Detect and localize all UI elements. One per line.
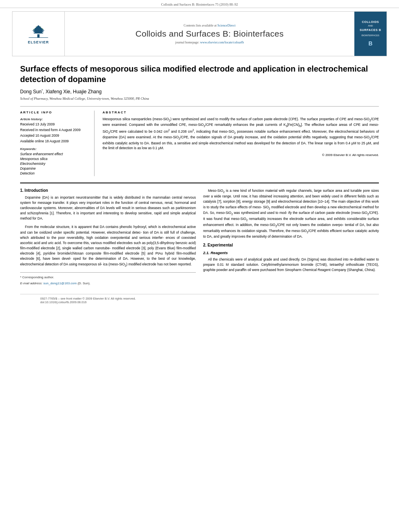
article-info-label: ARTICLE INFO [20,111,89,114]
footnote-area: * Corresponding author. E-mail address: … [20,272,196,285]
sciencedirect-line: Contents lists available at ScienceDirec… [184,24,236,27]
accepted-date: Accepted 10 August 2009 [20,134,89,138]
body-columns: 1. Introduction Dopamine (DA) is an impo… [20,183,379,287]
elsevier-logo-area: ELSEVIER [12,12,65,56]
article-content: Surface effects of mesoporous silica mod… [0,64,399,306]
keyword-1: Surface enhancement effect [20,152,89,156]
authors-line: Dong Sun*, Xiafeng Xie, Huajie Zhang [20,88,379,94]
sciencedirect-link[interactable]: ScienceDirect [218,24,236,27]
section1-heading: 1. Introduction [20,188,196,193]
keyword-3: Electrochemistry [20,162,89,166]
homepage-url[interactable]: www.elsevier.com/locate/colsurfb [200,41,244,44]
affiliation: School of Pharmacy, Wenzhou Medical Coll… [20,97,379,101]
article-info-abstract: ARTICLE INFO Article history: Received 1… [20,106,379,176]
svg-point-8 [40,26,41,27]
reagents-para1: All the chemicals were of analytical gra… [203,257,379,273]
keyword-4: Dopamine [20,166,89,170]
history-label: Article history: [20,117,89,121]
keywords-list: Surface enhancement effect Mesoporous si… [20,152,89,175]
available-date: Available online 18 August 2009 [20,139,89,144]
elsevier-logo: ELSEVIER [27,23,49,44]
svg-point-5 [33,29,35,30]
intro-para1: Dopamine (DA) is an important neurotrans… [20,195,196,222]
svg-rect-1 [37,34,40,37]
copyright-line: © 2009 Elsevier B.V. All rights reserved… [103,153,379,157]
side-logo-text: COLLOIDS AND SURFACES B BIOINTERFACES B [360,20,381,48]
received-date: Received 13 July 2009 [20,122,89,127]
svg-point-7 [36,26,37,27]
journal-title-banner: Colloids and Surfaces B: Biointerfaces [136,29,284,39]
doi-line: doi:10.1016/j.colsurfb.2009.08.016 [40,300,359,304]
abstract-text: Mesoporous silica nanoparticles (meso-Si… [103,117,379,151]
keyword-5: Detection [20,171,89,175]
journal-citation: Colloids and Surfaces B: Biointerfaces 7… [0,0,399,8]
issn-line: 0927-7765/$ – see front matter © 2009 El… [40,297,359,300]
intro-para2: From the molecular structure, it is appa… [20,224,196,267]
subsection21-heading: 2.1. Reagents [203,251,379,255]
svg-point-6 [42,28,43,29]
journal-title-area: Contents lists available at ScienceDirec… [65,12,354,56]
abstract-label: ABSTRACT [103,111,379,114]
journal-side-logo: COLLOIDS AND SURFACES B BIOINTERFACES B [354,12,387,56]
bottom-bar: 0927-7765/$ – see front matter © 2009 El… [20,294,379,306]
email-link[interactable]: sun_dong11@163.com [43,281,77,285]
abstract-col: ABSTRACT Mesoporous silica nanoparticles… [103,111,379,176]
body-left-col: 1. Introduction Dopamine (DA) is an impo… [20,188,196,287]
elsevier-wordmark: ELSEVIER [28,40,49,44]
footnote-email: E-mail address: sun_dong11@163.com (D. S… [20,281,196,286]
body-right-col: Meso-SiO2 is a new kind of function mate… [203,188,379,287]
article-info-col: ARTICLE INFO Article history: Received 1… [20,111,95,176]
keywords-label: Keywords: [20,147,89,151]
intro-para-right1: Meso-SiO2 is a new kind of function mate… [203,188,379,240]
revised-date: Received in revised form 4 August 2009 [20,128,89,133]
journal-header: ELSEVIER Contents lists available at Sci… [12,11,387,56]
elsevier-tree-icon [27,23,49,39]
section2-heading: 2. Experimental [203,243,379,247]
journal-homepage: journal homepage: www.elsevier.com/locat… [175,41,244,44]
keyword-2: Mesoporous silica [20,157,89,161]
article-title: Surface effects of mesoporous silica mod… [20,64,379,84]
footnote-star: * Corresponding author. [20,275,196,279]
